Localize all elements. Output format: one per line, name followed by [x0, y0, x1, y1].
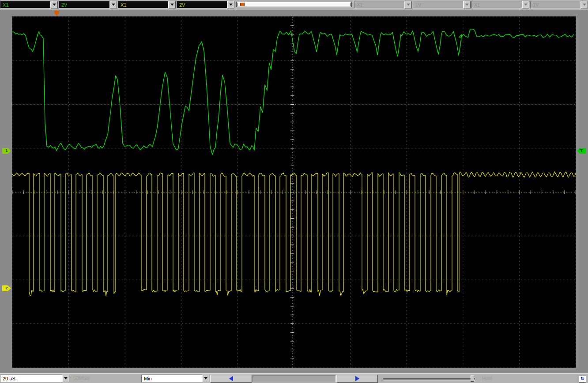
dropdown-arrow-icon[interactable]	[169, 1, 176, 8]
horizontal-scroll-slider[interactable]	[383, 378, 475, 380]
timebase-value: 20 uS	[0, 375, 62, 382]
dropdown-arrow-icon	[405, 1, 412, 8]
ch4-volts-div-value: 1V	[530, 1, 581, 8]
chevron-down-icon	[229, 4, 233, 6]
dropdown-arrow-icon[interactable]	[110, 1, 117, 8]
ch2-attenuation-value: X1	[118, 1, 169, 8]
refresh-button[interactable]: ↻	[579, 375, 586, 383]
chevron-down-icon	[170, 4, 174, 6]
chevron-down-icon	[64, 377, 68, 379]
ch3-attenuation-value: X1	[354, 1, 405, 8]
ch3-attenuation-select: X1	[354, 1, 412, 8]
chevron-down-icon	[524, 4, 528, 6]
scope-frame: 1 2 T	[0, 10, 588, 373]
dropdown-arrow-icon[interactable]	[202, 375, 209, 382]
scope-display[interactable]	[12, 16, 576, 368]
dropdown-arrow-icon[interactable]	[51, 1, 58, 8]
sample-rate-label: 50MS/s	[73, 375, 90, 381]
trigger-marker-label: T	[580, 148, 583, 154]
hold-label: Hold	[482, 375, 492, 381]
ch1-attenuation-value: X1	[0, 1, 51, 8]
ch1-marker-label: 1	[5, 148, 8, 154]
trigger-level-marker[interactable]: T	[577, 148, 586, 154]
dropdown-arrow-icon	[522, 1, 529, 8]
chevron-down-icon	[204, 377, 207, 379]
trigger-time-marker-icon[interactable]	[54, 11, 59, 16]
bottom-toolbar: 20 uS 50MS/s Min Hold ↻	[0, 373, 588, 383]
ch4-volts-div-select: 1V	[530, 1, 588, 8]
refresh-icon: ↻	[580, 376, 584, 382]
ch2-volts-div-value: 2V	[177, 1, 227, 8]
waveform-plot	[12, 17, 576, 368]
trigger-position-handle[interactable]	[240, 3, 245, 6]
ch1-attenuation-select[interactable]: X1	[0, 1, 58, 8]
ch2-volts-div-select[interactable]: 2V	[177, 1, 234, 8]
chevron-down-icon	[465, 4, 469, 6]
horizontal-scroll-handle[interactable]	[471, 375, 474, 382]
timebase-select[interactable]: 20 uS	[0, 375, 69, 382]
scroll-left-button[interactable]	[210, 375, 252, 383]
ch2-marker-label: 2	[5, 285, 8, 291]
dropdown-arrow-icon	[464, 1, 471, 8]
ch1-volts-div-value: 2V	[59, 1, 110, 8]
chevron-down-icon	[53, 4, 56, 6]
top-toolbar: X1 2V X1 2V X1 1V X1	[0, 0, 588, 10]
chevron-down-icon	[112, 4, 115, 6]
dropdown-arrow-icon[interactable]	[62, 375, 69, 382]
dropdown-arrow-icon	[581, 1, 588, 8]
ch1-position-marker[interactable]: 1	[2, 148, 11, 154]
arrow-left-icon	[229, 376, 233, 381]
acquisition-mode-select[interactable]: Min	[141, 375, 209, 382]
ch3-volts-div-value: 1V	[413, 1, 464, 8]
acquisition-mode-value: Min	[141, 375, 202, 382]
ch1-volts-div-select[interactable]: 2V	[59, 1, 117, 8]
oscilloscope-window: X1 2V X1 2V X1 1V X1	[0, 0, 588, 383]
ch2-position-marker[interactable]: 2	[2, 285, 11, 291]
arrow-right-icon	[355, 376, 359, 381]
chevron-down-icon	[407, 4, 410, 6]
ch3-volts-div-select: 1V	[413, 1, 471, 8]
buffer-position-indicator	[253, 375, 336, 382]
ch2-attenuation-select[interactable]: X1	[118, 1, 176, 8]
dropdown-arrow-icon[interactable]	[227, 1, 234, 8]
ch4-attenuation-select: X1	[471, 1, 529, 8]
scroll-right-button[interactable]	[336, 375, 378, 383]
chevron-down-icon	[583, 4, 586, 6]
ch4-attenuation-value: X1	[471, 1, 522, 8]
trigger-position-slider[interactable]	[236, 2, 352, 7]
